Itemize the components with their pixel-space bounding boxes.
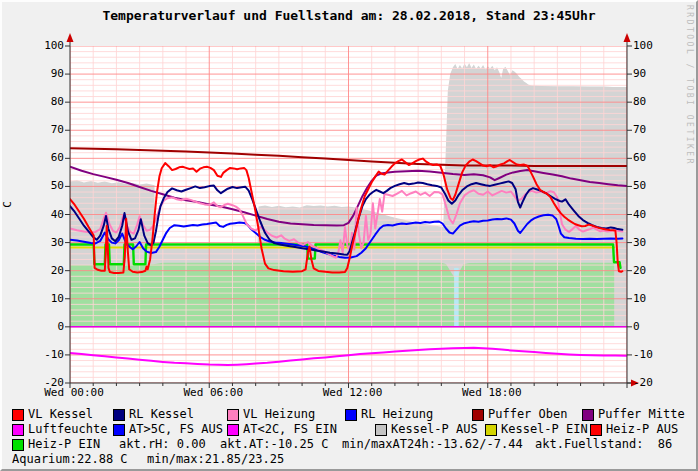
y-tick-label-left: 20 (24, 265, 64, 277)
arrow-up-left (67, 33, 74, 42)
legend-label: Luftfeuchte (28, 423, 107, 436)
y-tick-label-left: 40 (24, 209, 64, 221)
y-tick-label-right: 10 (633, 293, 673, 305)
legend-label: AT<2C, FS EIN (243, 423, 337, 436)
legend-label: RL Heizung (361, 408, 433, 421)
legend-swatch (590, 424, 602, 436)
y-tick-label-right: 30 (633, 237, 673, 249)
legend-swatch (12, 409, 24, 421)
legend-swatch (227, 424, 239, 436)
legend-label: min/max:21.85/23.25 (147, 453, 284, 466)
legend-swatch (375, 424, 387, 436)
y-tick-label-right: 70 (633, 124, 673, 136)
legend-label: Heiz-P EIN (28, 438, 100, 451)
y-tick-label-right: 50 (633, 180, 673, 192)
legend-label: Heiz-P AUS (606, 423, 678, 436)
legend-swatch (227, 409, 239, 421)
legend-swatch (582, 409, 594, 421)
legend-swatch (113, 409, 125, 421)
legend-swatch (12, 424, 24, 436)
y-tick-label-left: 100 (24, 40, 64, 52)
legend-swatch (12, 439, 24, 451)
x-tick-label: Wed 00:00 (29, 387, 119, 399)
legend-swatch (472, 409, 484, 421)
legend-label: Puffer Oben (488, 408, 567, 421)
arrow-up-right (624, 33, 631, 42)
y-tick-label-left: 0 (24, 321, 64, 333)
y-tick-label-right: 80 (633, 96, 673, 108)
legend-label: akt.Fuellstand: 86 (535, 438, 672, 451)
y-tick-label-left: 80 (24, 96, 64, 108)
legend-label: Kessel-P AUS (391, 423, 478, 436)
y-tick-label-right: -20 (633, 377, 673, 389)
legend-label: min/maxAT24h:-13.62/-7.44 (342, 438, 523, 451)
y-tick-label-right: 20 (633, 265, 673, 277)
x-tick-label: Wed 18:00 (447, 387, 537, 399)
y-tick-label-right: 40 (633, 209, 673, 221)
rrd-graph: Temperaturverlauf und Fuellstand am: 28.… (0, 0, 698, 471)
legend-row-1: VL KesselRL KesselVL HeizungRL HeizungPu… (2, 408, 698, 422)
legend-label: VL Heizung (243, 408, 315, 421)
legend-label: Puffer Mitte (598, 408, 685, 421)
legend-label: akt.AT:-10.25 C (220, 438, 328, 451)
y-tick-label-left: 30 (24, 237, 64, 249)
legend-row-2: LuftfeuchteAT>5C, FS AUSAT<2C, FS EINKes… (2, 423, 698, 437)
y-tick-label-left: 70 (24, 124, 64, 136)
y-tick-label-right: 60 (633, 152, 673, 164)
legend-swatch (113, 424, 125, 436)
y-tick-label-left: 60 (24, 152, 64, 164)
legend-row-3: Heiz-P EINakt.rH: 0.00akt.AT:-10.25 Cmin… (2, 438, 698, 452)
legend-swatch (345, 409, 357, 421)
y-tick-label-left: 10 (24, 293, 64, 305)
legend-swatch (485, 424, 497, 436)
legend-label: RL Kessel (129, 408, 194, 421)
legend-row-4: Aquarium:22.88 Cmin/max:21.85/23.25 (2, 453, 698, 467)
y-tick-label-left: 90 (24, 68, 64, 80)
legend-label: VL Kessel (28, 408, 93, 421)
y-tick-label-left: 50 (24, 180, 64, 192)
y-tick-label-right: 90 (633, 68, 673, 80)
x-tick-label: Wed 12:00 (308, 387, 398, 399)
y-tick-label-left: -10 (24, 349, 64, 361)
legend-label: AT>5C, FS AUS (129, 423, 223, 436)
chart-plot (2, 2, 698, 471)
legend-label: Aquarium:22.88 C (12, 453, 128, 466)
y-tick-label-right: -10 (633, 349, 673, 361)
y-tick-label-right: 0 (633, 321, 673, 333)
x-tick-label: Wed 06:00 (168, 387, 258, 399)
y-tick-label-right: 100 (633, 40, 673, 52)
legend-label: akt.rH: 0.00 (119, 438, 206, 451)
legend-label: Kessel-P EIN (501, 423, 588, 436)
